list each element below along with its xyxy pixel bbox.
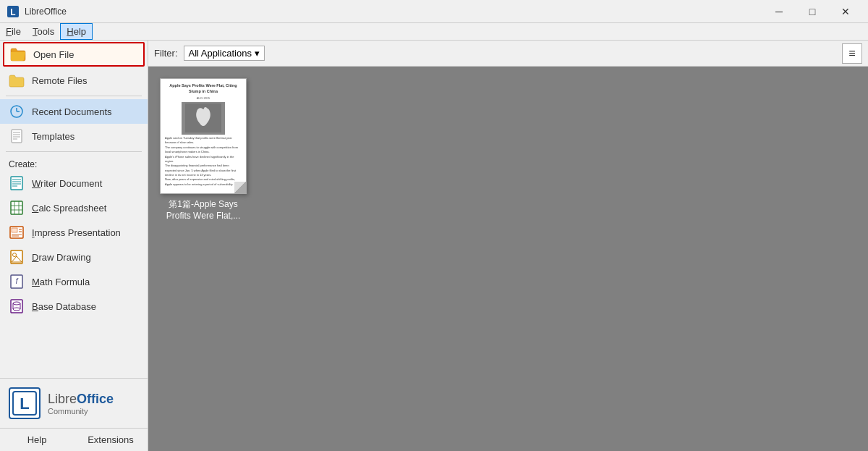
remote-files-label: Remote Files	[32, 75, 88, 86]
templates-label: Templates	[32, 131, 75, 142]
menu-bar: File Tools Help	[0, 23, 868, 41]
menu-file[interactable]: File	[0, 23, 27, 40]
divider-2	[6, 151, 142, 152]
menu-file-label: File	[6, 26, 21, 37]
sidebar-item-writer[interactable]: Writer Document	[0, 171, 148, 195]
filter-label: Filter:	[154, 48, 178, 59]
recent-documents-label: Recent Documents	[32, 106, 112, 117]
recent-icon	[9, 104, 25, 119]
sidebar-item-base[interactable]: Base Database	[0, 294, 148, 319]
create-section-label: Create:	[0, 155, 148, 171]
sidebar-item-recent-documents[interactable]: Recent Documents	[0, 99, 148, 124]
math-label: Math Formula	[32, 277, 90, 287]
logo-office: Office	[77, 392, 114, 406]
open-file-label: Open File	[33, 49, 74, 60]
calc-icon	[9, 200, 25, 216]
svg-rect-26	[11, 250, 22, 264]
list-view-button[interactable]: ≡	[842, 43, 862, 64]
sidebar-bottom: L LibreOffice Community Help Extensions	[0, 378, 148, 451]
window-controls: ─ □ ✕	[762, 0, 862, 23]
impress-label: Impress Presentation	[32, 227, 121, 238]
main-content: Filter: All Applications ▾ ≡ Apple Says …	[148, 41, 868, 451]
footer-help-button[interactable]: Help	[0, 429, 74, 451]
logo-name: LibreOffice	[48, 392, 114, 407]
sidebar-item-impress[interactable]: Impress Presentation	[0, 220, 148, 245]
remote-folder-icon	[9, 72, 25, 88]
app-container: Open File Remote Files Recent Documents	[0, 41, 868, 451]
close-button[interactable]: ✕	[829, 0, 862, 23]
filter-value: All Applications	[189, 48, 252, 59]
draw-icon	[9, 249, 25, 265]
svg-rect-21	[12, 228, 17, 232]
svg-point-39	[204, 107, 207, 110]
calc-label: Calc Spreadsheet	[32, 203, 106, 214]
divider-1	[6, 96, 142, 96]
svg-text:L: L	[20, 395, 29, 413]
svg-rect-5	[12, 130, 22, 143]
logo-community: Community	[48, 407, 114, 416]
minimize-button[interactable]: ─	[762, 0, 796, 23]
draw-label: Draw Drawing	[32, 252, 91, 263]
menu-tools[interactable]: Tools	[27, 23, 60, 40]
sidebar-footer: Help Extensions	[0, 428, 148, 451]
writer-icon	[9, 175, 25, 191]
menu-help[interactable]: Help	[60, 23, 93, 40]
list-view-icon: ≡	[848, 47, 855, 60]
sidebar-item-templates[interactable]: Templates	[0, 124, 148, 148]
base-label: Base Database	[32, 301, 96, 312]
doc-caption-0: 第1篇-Apple Says Profits Were Flat,...	[160, 198, 247, 221]
filter-bar: Filter: All Applications ▾ ≡	[148, 41, 868, 67]
dropdown-arrow-icon: ▾	[255, 48, 260, 59]
doc-item-0[interactable]: Apple Says Profits Were Flat, Citing Slu…	[160, 78, 247, 221]
base-icon	[9, 298, 25, 314]
svg-rect-10	[11, 177, 22, 190]
templates-icon	[9, 128, 25, 144]
menu-help-label: Help	[67, 26, 86, 37]
sidebar: Open File Remote Files Recent Documents	[0, 41, 148, 451]
sidebar-item-open-file[interactable]: Open File	[3, 42, 145, 67]
logo-area: L LibreOffice Community	[0, 379, 148, 428]
logo-libre: Libre	[48, 392, 77, 406]
svg-rect-15	[11, 201, 22, 214]
filter-dropdown[interactable]: All Applications ▾	[184, 46, 265, 61]
math-icon: f	[9, 274, 25, 290]
svg-text:L: L	[10, 7, 15, 17]
logo-text: LibreOffice Community	[48, 392, 114, 416]
sidebar-item-remote-files[interactable]: Remote Files	[0, 68, 148, 93]
window-title: LibreOffice	[25, 7, 762, 17]
sidebar-item-draw[interactable]: Draw Drawing	[0, 245, 148, 269]
writer-label: Writer Document	[32, 178, 102, 189]
impress-icon	[9, 224, 25, 240]
sidebar-item-calc[interactable]: Calc Spreadsheet	[0, 195, 148, 220]
folder-icon	[10, 46, 26, 62]
app-icon: L	[6, 4, 20, 19]
title-bar: L LibreOffice ─ □ ✕	[0, 0, 868, 23]
sidebar-item-math[interactable]: f Math Formula	[0, 269, 148, 294]
doc-thumbnail-0: Apple Says Profits Were Flat, Citing Slu…	[160, 78, 247, 194]
libreoffice-logo-icon: L	[9, 387, 41, 419]
recent-documents-grid: Apple Says Profits Were Flat, Citing Slu…	[148, 67, 868, 451]
footer-extensions-button[interactable]: Extensions	[74, 429, 148, 451]
maximize-button[interactable]: □	[796, 0, 829, 23]
menu-tools-label: Tools	[33, 26, 54, 37]
